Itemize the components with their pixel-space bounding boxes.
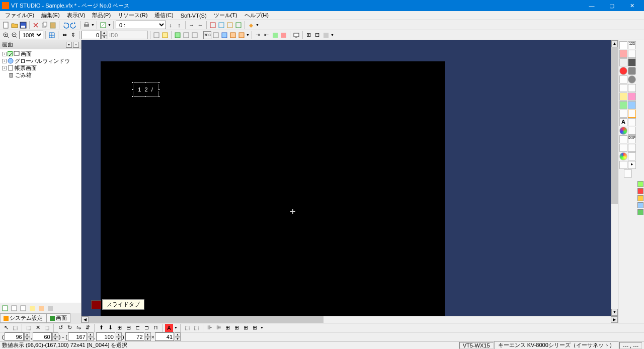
- tool-o-icon[interactable]: [619, 135, 627, 143]
- nav-back-icon[interactable]: ←: [196, 21, 204, 29]
- color-red[interactable]: [637, 188, 643, 194]
- layer-front-icon[interactable]: ⬆: [97, 324, 105, 332]
- tool-line-icon[interactable]: [628, 50, 636, 58]
- menu-edit[interactable]: 編集(E): [38, 11, 63, 20]
- menu-tool[interactable]: ツール(T): [211, 11, 240, 20]
- expand-tool-icon[interactable]: ▸: [628, 161, 636, 169]
- tab-system[interactable]: システム設定: [0, 313, 46, 323]
- expand-icon[interactable]: +: [2, 59, 7, 63]
- horizontal-scrollbar[interactable]: ◀▶: [82, 316, 618, 323]
- dxf-icon[interactable]: DXF: [628, 135, 636, 143]
- tool-b-icon[interactable]: [217, 21, 225, 29]
- align-l-icon[interactable]: ⊏: [133, 324, 141, 332]
- minimize-button[interactable]: ―: [582, 0, 602, 11]
- design-canvas[interactable]: 1 2 / + スライドタブ: [82, 40, 611, 316]
- tool-p-icon[interactable]: [619, 144, 627, 152]
- lt-a-icon[interactable]: [1, 304, 9, 312]
- sel-r-icon[interactable]: ⬚: [183, 324, 191, 332]
- sel-u-icon[interactable]: ⊞: [233, 324, 241, 332]
- tool-g-icon[interactable]: [619, 93, 627, 101]
- tb2-k-icon[interactable]: ⇤: [263, 31, 271, 39]
- y1-input[interactable]: [33, 332, 52, 341]
- dist-v-icon[interactable]: ⊫: [215, 324, 223, 332]
- checkbox-icon[interactable]: ✓: [8, 51, 13, 56]
- paste-icon[interactable]: [49, 21, 57, 29]
- flip-h-icon[interactable]: ⇋: [74, 324, 83, 332]
- tool-r-icon[interactable]: [619, 161, 627, 169]
- text-tool-icon[interactable]: A: [619, 118, 627, 126]
- tool-s-icon[interactable]: [624, 169, 632, 178]
- y2-input[interactable]: [96, 332, 115, 341]
- tool-l-icon[interactable]: [628, 110, 636, 118]
- expand-icon[interactable]: +: [2, 66, 7, 70]
- color-green2[interactable]: [637, 209, 643, 215]
- lt-d-icon[interactable]: [28, 304, 36, 312]
- tool-c-icon[interactable]: [226, 21, 234, 29]
- arc-icon[interactable]: [628, 84, 636, 92]
- sel-e-icon[interactable]: ⬚: [43, 324, 51, 332]
- slide-tab[interactable]: スライドタブ: [91, 299, 144, 310]
- tool-grey-icon[interactable]: [619, 58, 627, 66]
- pie-icon[interactable]: [619, 127, 627, 135]
- rec-icon[interactable]: REC: [203, 31, 211, 39]
- sel-d-icon[interactable]: ✕: [34, 324, 42, 332]
- rect-icon[interactable]: [628, 67, 636, 75]
- new-icon[interactable]: [2, 21, 10, 29]
- tb2-p-icon[interactable]: ⊟: [313, 31, 321, 39]
- cut-icon[interactable]: [32, 21, 40, 29]
- tb2-d-icon[interactable]: [182, 31, 190, 39]
- menu-file[interactable]: ファイル(F): [2, 11, 37, 20]
- nav-right-icon[interactable]: →: [188, 21, 196, 29]
- tb2-g-icon[interactable]: [220, 31, 228, 39]
- grid-icon[interactable]: [48, 31, 56, 39]
- circle-icon[interactable]: [628, 75, 636, 83]
- tb2-h-icon[interactable]: [229, 31, 237, 39]
- color-orange[interactable]: [637, 195, 643, 201]
- down-arrow-icon[interactable]: ↓: [167, 21, 175, 29]
- h-input[interactable]: [155, 332, 174, 341]
- page-selector[interactable]: 0 :: [116, 21, 166, 29]
- close-button[interactable]: ✕: [622, 0, 642, 11]
- sel-c-icon[interactable]: ⬚: [25, 324, 33, 332]
- selected-object[interactable]: 1 2 /: [133, 82, 159, 97]
- table-icon[interactable]: [628, 144, 636, 152]
- sel-v-icon[interactable]: ⊞: [242, 324, 250, 332]
- tool-i-icon[interactable]: [619, 101, 627, 109]
- num-spinner[interactable]: ▲▼: [101, 31, 107, 39]
- zoom-in-icon[interactable]: [2, 31, 10, 39]
- sel-s-icon[interactable]: ⬚: [192, 324, 200, 332]
- color-green[interactable]: [637, 181, 643, 187]
- lt-e-icon[interactable]: [37, 304, 45, 312]
- tb2-q-icon[interactable]: [322, 31, 330, 39]
- sel-b-icon[interactable]: ⬚: [11, 324, 19, 332]
- tree-node-trash[interactable]: ごみ箱: [1, 71, 80, 78]
- vertical-scrollbar[interactable]: ▲▼: [611, 40, 618, 316]
- zoom-out-icon[interactable]: [11, 31, 19, 39]
- tb2-l-icon[interactable]: [271, 31, 279, 39]
- tool-q-icon[interactable]: [628, 152, 636, 160]
- num-input[interactable]: [82, 31, 101, 39]
- sel-q-icon[interactable]: ⊓: [151, 324, 159, 332]
- tool-j-icon[interactable]: [628, 101, 636, 109]
- rotate-left-icon[interactable]: ↺: [56, 324, 64, 332]
- x1-input[interactable]: [5, 332, 24, 341]
- menu-view[interactable]: 表示(V): [64, 11, 89, 20]
- tool-f-icon[interactable]: [619, 84, 627, 92]
- open-icon[interactable]: [11, 21, 19, 29]
- tb2-a-icon[interactable]: [152, 31, 160, 39]
- color-A-icon[interactable]: A: [165, 324, 173, 332]
- color-fill-icon[interactable]: [247, 21, 255, 29]
- zoom-combo[interactable]: 100%: [19, 31, 43, 39]
- align-h-icon[interactable]: ⇔: [60, 31, 68, 39]
- tool-n-icon[interactable]: [628, 127, 636, 135]
- tab-screen[interactable]: 画面: [46, 313, 70, 323]
- sel-w-icon[interactable]: ⊞: [251, 324, 259, 332]
- lamp-icon[interactable]: [619, 67, 627, 75]
- align-v-icon[interactable]: ⇕: [69, 31, 77, 39]
- group-icon[interactable]: ⊞: [115, 324, 123, 332]
- save-icon[interactable]: [19, 21, 27, 29]
- undo-icon[interactable]: [61, 21, 69, 29]
- copy-icon[interactable]: [40, 21, 48, 29]
- w-input[interactable]: [125, 332, 144, 341]
- tool-e-icon[interactable]: [619, 75, 627, 83]
